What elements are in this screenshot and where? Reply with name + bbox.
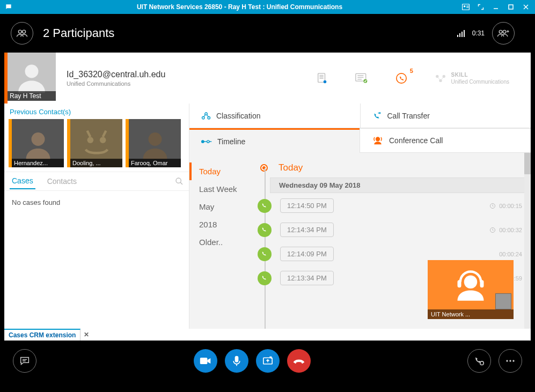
svg-point-32: [87, 137, 93, 143]
footer-tab[interactable]: Cases CRM extension: [4, 329, 80, 341]
video-button[interactable]: [194, 349, 217, 373]
svg-point-33: [99, 137, 106, 143]
contact-email: Id_36320@central.uh.edu: [67, 70, 165, 79]
tab-timeline[interactable]: Timeline: [189, 128, 360, 153]
cases-empty-text: No cases found: [4, 191, 189, 214]
mute-button[interactable]: [225, 349, 248, 373]
tab-call-transfer[interactable]: Call Transfer: [360, 103, 531, 128]
previous-contact-name: Farooq, Omar: [129, 159, 181, 167]
tab-conference[interactable]: Conference Call: [360, 128, 531, 153]
svg-point-44: [207, 140, 209, 142]
svg-point-1: [464, 5, 466, 8]
svg-line-30: [441, 76, 444, 80]
participants-title: 2 Participants: [43, 26, 457, 40]
timeline-filter[interactable]: Older..: [199, 233, 254, 251]
callback-icon[interactable]: 5: [395, 72, 408, 85]
svg-point-25: [397, 73, 406, 83]
previous-contact-name: Hernandez...: [12, 159, 64, 167]
tab-contacts[interactable]: Contacts: [45, 174, 79, 189]
skill-label: SKILL: [451, 71, 509, 78]
svg-rect-2: [466, 6, 468, 6]
timeline-item[interactable]: 12:14:50 PM 00:00:15: [258, 198, 526, 213]
close-icon[interactable]: [522, 3, 530, 11]
timeline-item[interactable]: 12:14:34 PM 00:00:32: [258, 223, 526, 237]
call-bar: [0, 341, 535, 381]
tab-cases[interactable]: Cases: [10, 173, 35, 189]
call-duration: 0:31: [472, 29, 485, 37]
tab-timeline-label: Timeline: [217, 137, 245, 146]
svg-point-14: [25, 65, 39, 78]
avatar-name: Ray H Test: [8, 91, 56, 101]
maximize-icon[interactable]: [507, 3, 515, 11]
svg-rect-54: [200, 358, 207, 364]
svg-point-8: [18, 30, 21, 33]
title-bar: UIT Network Services 26850 - Ray H Test …: [0, 0, 535, 14]
call-in-icon: [258, 271, 272, 285]
timeline-heading: Today: [275, 162, 531, 173]
svg-rect-3: [466, 7, 468, 8]
conference-icon: [372, 135, 384, 146]
skill-value: Unified Communications: [451, 78, 509, 85]
timeline-dur: 00:00:15: [499, 203, 522, 209]
hangup-button[interactable]: [287, 349, 311, 373]
video-thumbnail[interactable]: UIT Network ...: [428, 260, 514, 319]
agent-pip: [495, 293, 511, 309]
footer-tab-close[interactable]: ✕: [80, 331, 92, 338]
svg-rect-55: [234, 356, 238, 363]
chat-button[interactable]: [13, 349, 36, 373]
previous-contact-item[interactable]: Farooq, Omar: [126, 119, 181, 167]
add-participant-icon[interactable]: [492, 22, 515, 45]
timeline-time: 12:14:50 PM: [280, 198, 334, 213]
timeline-time: 12:13:34 PM: [280, 271, 334, 285]
notes-link-icon[interactable]: [316, 72, 328, 85]
clock-icon: [489, 227, 496, 233]
svg-point-46: [376, 137, 380, 141]
timeline-filter[interactable]: Last Week: [199, 180, 254, 198]
skill-block: SKILL Unified Communications: [435, 71, 509, 85]
svg-point-57: [480, 361, 484, 365]
contact-avatar[interactable]: Ray H Test: [8, 53, 56, 101]
timeline-heading-dot: [260, 164, 268, 172]
call-in-icon: [258, 199, 272, 213]
search-icon[interactable]: [175, 177, 184, 186]
svg-point-31: [31, 132, 45, 146]
participants-icon[interactable]: [11, 22, 33, 45]
expand-icon[interactable]: [477, 3, 485, 11]
svg-line-40: [204, 114, 206, 117]
timeline-item[interactable]: 12:14:09 PM 00:00:24: [258, 247, 526, 261]
timeline-filter[interactable]: Today: [189, 162, 254, 180]
svg-point-58: [506, 360, 508, 361]
svg-point-35: [176, 178, 181, 183]
timeline-scrollbar[interactable]: [524, 153, 531, 329]
timeline-dur: 00:00:24: [499, 251, 522, 257]
contact-sub: Unified Communications: [67, 80, 165, 87]
previous-contacts-row: Hernandez... Dooling, ... Farooq, Omar: [4, 119, 189, 172]
timeline-time: 12:14:34 PM: [280, 223, 334, 237]
svg-point-42: [202, 140, 204, 142]
svg-point-19: [324, 80, 327, 83]
window-title: UIT Network Services 26850 - Ray H Test …: [17, 3, 462, 11]
minimize-icon[interactable]: [492, 3, 500, 11]
list-check-icon[interactable]: [355, 72, 368, 85]
video-caption: UIT Network ...: [428, 309, 514, 319]
tab-conference-label: Conference Call: [389, 136, 443, 145]
timeline-filter[interactable]: May: [199, 198, 254, 216]
call-in-icon: [258, 223, 272, 237]
timeline-date: Wednesday 09 May 2018: [270, 177, 526, 193]
timeline-filter[interactable]: 2018: [199, 216, 254, 233]
tab-classification[interactable]: Classification: [189, 103, 360, 128]
share-screen-button[interactable]: [256, 349, 280, 373]
previous-contact-item[interactable]: Hernandez...: [9, 119, 64, 167]
more-button[interactable]: [499, 349, 522, 373]
chat-icon[interactable]: [5, 3, 12, 11]
timeline-dur: 00:00:32: [499, 227, 522, 233]
previous-contact-item[interactable]: Dooling, ...: [67, 119, 122, 167]
svg-line-29: [437, 76, 441, 80]
call-settings-button[interactable]: [467, 349, 491, 373]
clock-icon: [489, 203, 496, 209]
contact-card-icon[interactable]: [462, 3, 470, 11]
tab-call-transfer-label: Call Transfer: [387, 112, 430, 120]
footer-tab-bar: Cases CRM extension ✕: [4, 329, 531, 341]
call-in-icon: [258, 247, 272, 261]
footer-tab-label: Cases CRM extension: [9, 331, 76, 339]
